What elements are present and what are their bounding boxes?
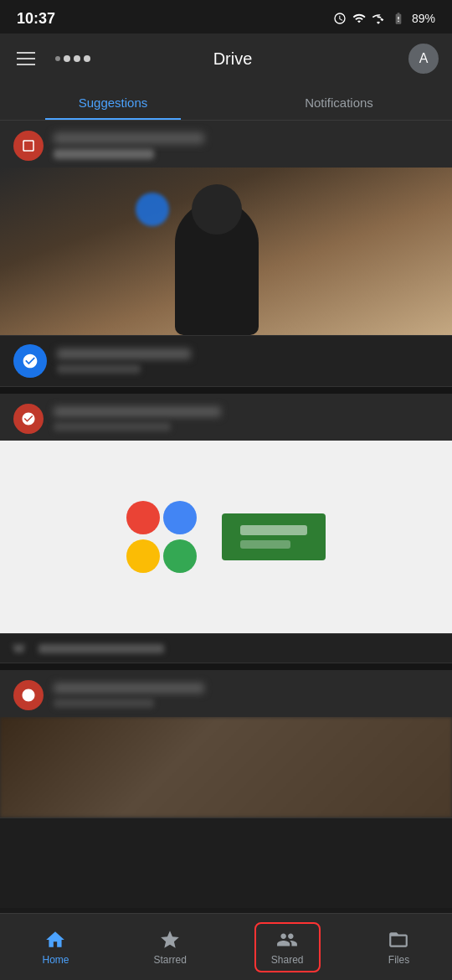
item-3-header: [0, 394, 452, 441]
tabs-bar: Suggestions Notifications: [0, 84, 452, 121]
item-1-title: [54, 132, 204, 144]
suggestion-item-2-header[interactable]: [0, 336, 452, 387]
suggestion-item-4[interactable]: [0, 670, 452, 818]
google-logo: [126, 501, 197, 573]
item-4-thumbnail: [0, 717, 452, 818]
files-label: Files: [388, 954, 409, 966]
item-4-header: [0, 670, 452, 717]
shared-label: Shared: [271, 954, 304, 966]
item-3-thumbnail: [0, 441, 452, 633]
w-item[interactable]: W: [0, 634, 452, 663]
item-2-title: [57, 348, 191, 359]
starred-label: Starred: [153, 954, 186, 966]
home-icon: [44, 929, 66, 951]
item-4-title: [54, 683, 204, 694]
status-icons: 89%: [333, 12, 435, 25]
suggestion-item-3[interactable]: [0, 394, 452, 634]
nav-files[interactable]: Files: [371, 922, 426, 972]
tab-suggestions[interactable]: Suggestions: [0, 84, 226, 120]
green-action-button: [222, 513, 326, 560]
item-1-subtitle: [54, 149, 154, 159]
w-item-text: [39, 644, 164, 653]
suggestions-content: W: [0, 121, 452, 908]
nav-home[interactable]: Home: [25, 922, 85, 972]
shared-icon: [276, 929, 298, 951]
app-title: Drive: [67, 49, 398, 69]
status-time: 10:37: [17, 10, 55, 28]
user-avatar[interactable]: A: [408, 44, 439, 74]
top-bar: Drive A: [0, 34, 452, 84]
section-separator: [0, 387, 452, 394]
tab-notifications[interactable]: Notifications: [226, 84, 452, 120]
item-2-subtitle: [57, 364, 141, 374]
item-2-icon: [13, 344, 47, 378]
bottom-navigation: Home Starred Shared Files: [0, 913, 452, 980]
battery-percent: 89%: [412, 12, 435, 25]
suggestion-item-1[interactable]: [0, 121, 452, 336]
home-label: Home: [42, 954, 69, 966]
alarm-icon: [333, 12, 347, 25]
item-4-subtitle: [54, 699, 154, 708]
w-item-label: W: [13, 642, 24, 655]
item-4-icon: [13, 680, 44, 710]
signal-icon: [372, 12, 385, 25]
nav-shared[interactable]: Shared: [254, 922, 321, 972]
item-1-header: [0, 121, 452, 168]
section-separator-2: [0, 663, 452, 670]
nav-starred[interactable]: Starred: [136, 922, 203, 972]
star-icon: [159, 929, 181, 951]
hamburger-menu[interactable]: [13, 49, 39, 69]
battery-icon: [390, 12, 407, 25]
files-icon: [388, 929, 409, 951]
status-bar: 10:37 89%: [0, 0, 452, 34]
item-3-subtitle: [54, 422, 171, 431]
item-1-thumbnail: [0, 168, 452, 335]
item-3-icon: [13, 404, 44, 434]
item-1-icon: [13, 131, 44, 161]
item-3-title: [54, 406, 221, 417]
wifi-icon: [352, 12, 367, 25]
